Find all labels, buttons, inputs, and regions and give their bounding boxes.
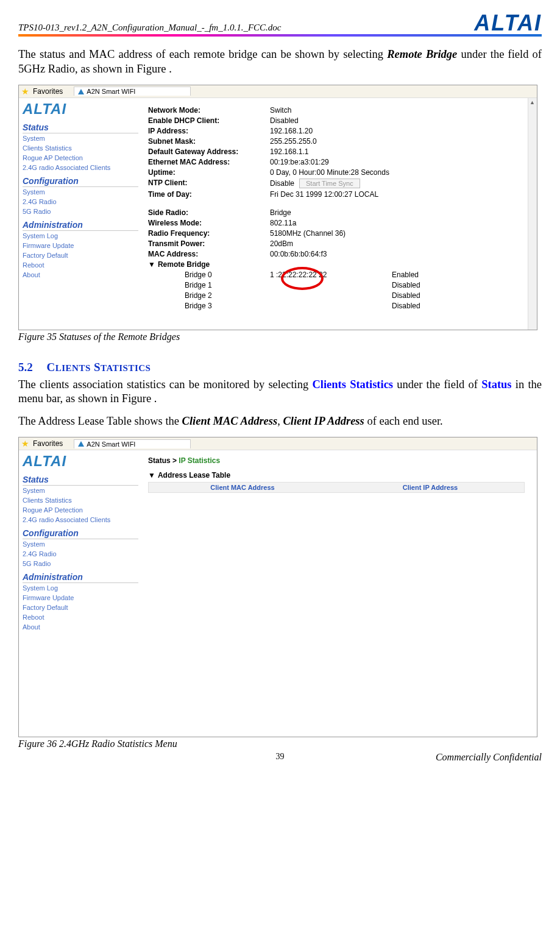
bridge-row-0: Bridge 01 :22:22:22:22 22Enabled xyxy=(185,271,525,279)
altai-logo: ALTAI xyxy=(474,13,542,33)
label-dhcp: Enable DHCP Client: xyxy=(148,116,270,125)
table-header-row: Client MAC Address Client IP Address xyxy=(148,482,525,493)
nav-reboot[interactable]: Reboot xyxy=(23,612,138,622)
star-icon: ★ xyxy=(21,87,29,96)
nav-about[interactable]: About xyxy=(23,270,138,280)
sidebar: ALTAI Status System Clients Statistics R… xyxy=(19,98,142,330)
nav-cfg-system[interactable]: System xyxy=(23,187,138,197)
value-dhcp: Disabled xyxy=(270,116,525,125)
confidential-label: Commercially Confidential xyxy=(436,752,542,763)
value-side-radio: Bridge xyxy=(270,208,525,217)
sidebar-2: ALTAI Status System Clients Statistics R… xyxy=(19,450,142,737)
nav-cfg-system[interactable]: System xyxy=(23,539,138,549)
bridge-row-1: Bridge 1Disabled xyxy=(185,281,525,289)
nav-heading-config: Configuration xyxy=(23,528,138,539)
nav-24g-clients[interactable]: 2.4G radio Associated Clients xyxy=(23,515,138,525)
nav-rogue-ap[interactable]: Rogue AP Detection xyxy=(23,505,138,515)
nav-cfg-5g[interactable]: 5G Radio xyxy=(23,559,138,568)
label-uptime: Uptime: xyxy=(148,168,270,177)
nav-heading-admin: Administration xyxy=(23,220,138,231)
favorites-bar-2: ★ Favorites A2N Smart WIFI xyxy=(19,437,537,450)
label-freq: Radio Frequency: xyxy=(148,229,270,238)
scrollbar[interactable] xyxy=(528,98,537,330)
address-lease-table-toggle[interactable]: ▼ Address Lease Table xyxy=(148,471,525,480)
nav-heading-status: Status xyxy=(23,475,138,486)
nav-factory[interactable]: Factory Default xyxy=(23,603,138,612)
nav-about[interactable]: About xyxy=(23,622,138,632)
th-client-ip: Client IP Address xyxy=(336,484,524,491)
tab-icon xyxy=(78,89,84,94)
nav-cfg-24g[interactable]: 2.4G Radio xyxy=(23,197,138,207)
nav-cfg-5g[interactable]: 5G Radio xyxy=(23,207,138,216)
figure-35-caption: Figure 35 Statuses of the Remote Bridges xyxy=(18,331,542,342)
section-5-2-p1: The clients association statistics can b… xyxy=(18,378,542,406)
remote-bridge-toggle[interactable]: ▼ Remote Bridge xyxy=(148,260,525,269)
sidebar-logo: ALTAI xyxy=(23,450,138,471)
tab-icon xyxy=(78,441,84,447)
nav-clients-statistics[interactable]: Clients Statistics xyxy=(23,495,138,505)
figure-36-caption: Figure 36 2.4GHz Radio Statistics Menu xyxy=(18,738,542,749)
nav-firmware[interactable]: Firmware Update xyxy=(23,241,138,250)
label-tod: Time of Day: xyxy=(148,190,270,199)
chevron-down-icon: ▼ xyxy=(148,260,155,269)
section-5-2-p2: The Address Lease Table shows the Client… xyxy=(18,414,542,428)
nav-heading-admin: Administration xyxy=(23,572,138,583)
page-footer: 39 Commercially Confidential xyxy=(18,752,542,763)
favorites-label: Favorites xyxy=(33,87,63,96)
star-icon: ★ xyxy=(21,439,29,448)
label-mask: Subnet Mask: xyxy=(148,137,270,146)
nav-syslog[interactable]: System Log xyxy=(23,231,138,241)
figure-35-screenshot: ★ Favorites A2N Smart WIFI ALTAI Status … xyxy=(18,85,537,330)
value-mac-5g: 00:0b:6b:b0:64:f3 xyxy=(270,250,525,258)
value-tx: 20dBm xyxy=(270,239,525,248)
label-ip: IP Address: xyxy=(148,127,270,135)
bridge-row-3: Bridge 3Disabled xyxy=(185,302,525,310)
sidebar-logo: ALTAI xyxy=(23,98,138,119)
favorites-label: Favorites xyxy=(33,439,63,448)
nav-factory[interactable]: Factory Default xyxy=(23,250,138,260)
value-network-mode: Switch xyxy=(270,106,525,115)
start-time-sync-button[interactable]: Start Time Sync xyxy=(299,179,360,188)
label-eth-mac: Ethernet MAC Address: xyxy=(148,158,270,166)
value-wmode: 802.11a xyxy=(270,219,525,227)
figure-36-screenshot: ★ Favorites A2N Smart WIFI ALTAI Status … xyxy=(18,437,537,737)
breadcrumb: Status > IP Statistics xyxy=(148,456,525,465)
label-ntp: NTP Client: xyxy=(148,179,270,188)
nav-heading-config: Configuration xyxy=(23,176,138,187)
nav-firmware[interactable]: Firmware Update xyxy=(23,593,138,603)
value-ntp: Disable xyxy=(270,179,294,188)
nav-heading-status: Status xyxy=(23,122,138,133)
intro-paragraph: The status and MAC address of each remot… xyxy=(18,48,542,76)
nav-reboot[interactable]: Reboot xyxy=(23,260,138,270)
label-wmode: Wireless Mode: xyxy=(148,219,270,227)
label-tx: Transmit Power: xyxy=(148,239,270,248)
browser-tab[interactable]: A2N Smart WIFI xyxy=(74,439,191,448)
bridge-row-2: Bridge 2Disabled xyxy=(185,291,525,300)
ip-stats-content: Status > IP Statistics ▼ Address Lease T… xyxy=(142,450,537,737)
label-network-mode: Network Mode: xyxy=(148,106,270,115)
nav-rogue-ap[interactable]: Rogue AP Detection xyxy=(23,153,138,163)
nav-system[interactable]: System xyxy=(23,486,138,495)
favorites-bar: ★ Favorites A2N Smart WIFI xyxy=(19,85,537,98)
nav-system[interactable]: System xyxy=(23,133,138,143)
status-content: Network Mode:Switch Enable DHCP Client:D… xyxy=(142,98,537,330)
label-mac-5g: MAC Address: xyxy=(148,250,270,258)
nav-syslog[interactable]: System Log xyxy=(23,583,138,593)
section-5-2-heading: 5.2 CLIENTS STATISTICS xyxy=(18,361,542,374)
document-filename: TPS10-013_rev1.2_A2N_Configuration_Manua… xyxy=(18,23,282,33)
value-uptime: 0 Day, 0 Hour:00 Minute:28 Seconds xyxy=(270,168,525,177)
chevron-down-icon: ▼ xyxy=(148,471,155,480)
value-mask: 255.255.255.0 xyxy=(270,137,525,146)
nav-clients-statistics[interactable]: Clients Statistics xyxy=(23,143,138,153)
value-freq: 5180MHz (Channel 36) xyxy=(270,229,525,238)
nav-cfg-24g[interactable]: 2.4G Radio xyxy=(23,549,138,559)
browser-tab[interactable]: A2N Smart WIFI xyxy=(74,87,191,96)
value-ip: 192.168.1.20 xyxy=(270,127,525,135)
label-gateway: Default Gateway Address: xyxy=(148,147,270,156)
label-side-radio: Side Radio: xyxy=(148,208,270,217)
nav-24g-clients[interactable]: 2.4G radio Associated Clients xyxy=(23,163,138,172)
value-eth-mac: 00:19:be:a3:01:29 xyxy=(270,158,525,166)
th-client-mac: Client MAC Address xyxy=(149,484,336,491)
header-gradient xyxy=(18,34,542,37)
page-number: 39 xyxy=(276,752,285,762)
